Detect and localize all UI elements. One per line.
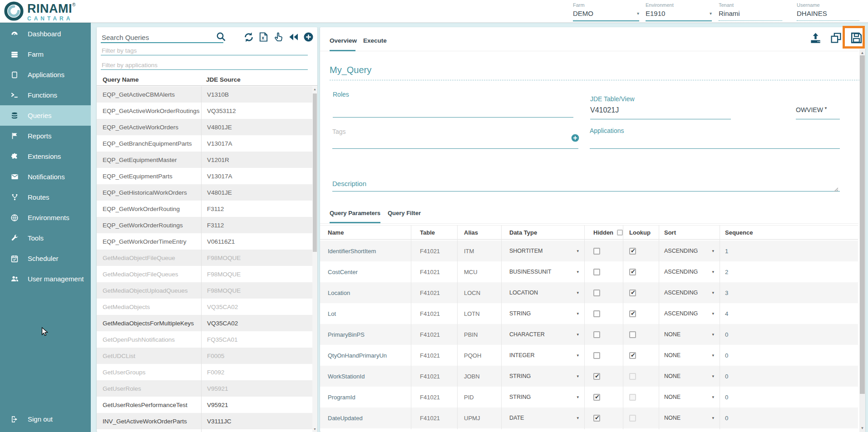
scroll-up-arrow[interactable]: ▲ xyxy=(312,88,317,91)
search-input[interactable] xyxy=(101,33,223,43)
header-field-tenant[interactable]: Tenant Rinami xyxy=(719,2,782,21)
lookup-checkbox[interactable] xyxy=(629,394,636,401)
query-row[interactable]: GetUserRolesPerformanceTest V95921 xyxy=(97,397,312,413)
hand-icon[interactable] xyxy=(273,31,284,43)
query-row[interactable]: GetOpenPushNotifications FQ35CA01 xyxy=(97,331,312,348)
sort-select[interactable]: NONE▾ xyxy=(664,352,720,358)
hidden-checkbox[interactable] xyxy=(593,415,600,422)
query-row[interactable]: EQP_GetWorkOrderTimeEntry V06116Z1 xyxy=(97,233,312,250)
tab-query-filter[interactable]: Query Filter xyxy=(388,210,421,216)
hidden-checkbox[interactable] xyxy=(593,373,600,380)
data-type-select[interactable]: DATE▾ xyxy=(509,415,584,421)
hidden-checkbox[interactable] xyxy=(593,269,600,275)
copy-button[interactable] xyxy=(829,32,842,45)
sidebar-item-dashboard[interactable]: Dashboard xyxy=(0,24,91,44)
sidebar-item-routes[interactable]: Routes xyxy=(0,187,91,207)
query-row[interactable]: GetUDCList F0005 xyxy=(97,348,312,364)
sidebar-item-farm[interactable]: Farm xyxy=(0,44,91,64)
scrollbar-thumb[interactable] xyxy=(313,93,317,252)
query-row[interactable]: GetMediaObjectUploadQueues F98MOQUE xyxy=(97,282,312,299)
description-input[interactable] xyxy=(332,191,840,191)
scroll-down-arrow[interactable]: ▼ xyxy=(312,427,317,431)
sort-select[interactable]: ASCENDING▾ xyxy=(664,248,720,254)
query-row[interactable]: EQP_GetActiveWorkOrders V4801JE xyxy=(97,119,312,135)
applications-input[interactable] xyxy=(590,148,840,149)
query-row[interactable]: EQP_GetActiveCBMAlerts V1310B xyxy=(97,86,312,103)
tab-execute[interactable]: Execute xyxy=(363,37,387,44)
hidden-checkbox[interactable] xyxy=(593,248,600,255)
query-row[interactable]: GetUserGroups F0092 xyxy=(97,364,312,380)
sort-select[interactable]: NONE▾ xyxy=(664,415,720,421)
query-row[interactable]: EQP_GetWorkOrderRouting F3112 xyxy=(97,201,312,217)
query-row[interactable]: GetUserRoles V95921 xyxy=(97,380,312,397)
header-field-environment[interactable]: Environment E1910▾ xyxy=(646,2,712,21)
search-icon[interactable] xyxy=(216,31,227,42)
data-type-select[interactable]: INTEGER▾ xyxy=(509,352,584,358)
lookup-checkbox[interactable] xyxy=(629,352,636,359)
query-row[interactable]: GetMediaObjectFileQueue F98MOQUE xyxy=(97,250,312,266)
lookup-checkbox[interactable] xyxy=(629,290,636,296)
sidebar-item-sign-out[interactable]: Sign out xyxy=(0,409,91,429)
sidebar-item-reports[interactable]: Reports xyxy=(0,126,91,146)
header-field-username[interactable]: Username DHAINES xyxy=(797,2,859,21)
view-select[interactable]: OWVIEW▼ xyxy=(796,106,840,113)
sort-select[interactable]: NONE▾ xyxy=(664,394,720,400)
hidden-checkbox[interactable] xyxy=(593,290,600,296)
jde-table-view-value[interactable]: V41021J xyxy=(590,106,619,114)
query-row[interactable]: GetMediaObjectFileQueues F98MOQUE xyxy=(97,266,312,282)
sidebar-item-environments[interactable]: Environments xyxy=(0,207,91,228)
scroll-up-arrow[interactable]: ▲ xyxy=(859,51,865,55)
sidebar-item-user-management[interactable]: User management xyxy=(0,269,91,289)
sidebar-item-functions[interactable]: Functions xyxy=(0,85,91,105)
query-row[interactable]: GetMediaObjects VQ35CA02 xyxy=(97,299,312,315)
data-type-select[interactable]: BUSINESSUNIT▾ xyxy=(509,269,584,275)
query-row[interactable]: INV_GetActiveWorkOrderParts V3111JC xyxy=(97,413,312,429)
lookup-checkbox[interactable] xyxy=(629,269,636,275)
data-type-select[interactable]: STRING▾ xyxy=(509,310,584,317)
query-name-field[interactable]: My_Query xyxy=(330,65,371,75)
scrollbar-thumb[interactable] xyxy=(860,55,865,394)
hidden-checkbox[interactable] xyxy=(593,310,600,317)
lookup-checkbox[interactable] xyxy=(629,415,636,422)
sort-select[interactable]: NONE▾ xyxy=(664,331,720,338)
query-row[interactable]: EQP_GetWorkOrderRoutings F3112 xyxy=(97,217,312,233)
query-row[interactable]: EQP_GetEquipmentParts V13017A xyxy=(97,168,312,184)
data-type-select[interactable]: STRING▾ xyxy=(509,373,584,379)
sidebar-item-queries[interactable]: Queries xyxy=(0,105,91,126)
filter-by-applications-input[interactable] xyxy=(101,61,308,70)
rewind-icon[interactable] xyxy=(288,31,299,43)
tab-overview[interactable]: Overview xyxy=(330,37,357,44)
data-type-select[interactable]: SHORTITEM▾ xyxy=(509,248,584,254)
data-type-select[interactable]: CHARACTER▾ xyxy=(509,331,584,338)
roles-input[interactable] xyxy=(333,117,573,118)
sort-select[interactable]: ASCENDING▾ xyxy=(664,269,720,275)
query-row[interactable]: EQP_GetBranchEquipmentParts V13017A xyxy=(97,135,312,152)
refresh-icon[interactable] xyxy=(243,31,254,43)
resize-handle-icon[interactable] xyxy=(834,186,838,194)
data-type-select[interactable]: STRING▾ xyxy=(509,394,584,400)
lookup-checkbox[interactable] xyxy=(629,331,636,338)
upload-button[interactable] xyxy=(809,32,822,45)
query-row[interactable]: EQP_GetEquipmentMaster V1201R xyxy=(97,152,312,168)
query-row[interactable]: GetMediaObjectsForMultipleKeys VQ35CA02 xyxy=(97,315,312,331)
sort-select[interactable]: NONE▾ xyxy=(664,373,720,379)
scroll-down-arrow[interactable]: ▼ xyxy=(859,426,865,430)
hidden-checkbox[interactable] xyxy=(593,352,600,359)
sidebar-item-tools[interactable]: Tools xyxy=(0,228,91,248)
add-icon[interactable] xyxy=(303,31,314,43)
hidden-select-all-checkbox[interactable] xyxy=(617,230,623,236)
sidebar-item-scheduler[interactable]: Scheduler xyxy=(0,248,91,269)
sidebar-item-notifications[interactable]: Notifications xyxy=(0,167,91,187)
sidebar-item-extensions[interactable]: Extensions xyxy=(0,146,91,167)
filter-by-tags-input[interactable] xyxy=(101,46,308,55)
hidden-checkbox[interactable] xyxy=(593,331,600,338)
sort-select[interactable]: ASCENDING▾ xyxy=(664,290,720,296)
excel-export-icon[interactable]: x xyxy=(258,31,269,43)
header-field-farm[interactable]: Farm DEMO▾ xyxy=(573,2,639,21)
tab-query-parameters[interactable]: Query Parameters xyxy=(330,210,380,216)
hidden-checkbox[interactable] xyxy=(593,394,600,401)
lookup-checkbox[interactable] xyxy=(629,310,636,317)
query-row[interactable]: EQP_GetHistoricalWorkOrders V4801JE xyxy=(97,184,312,201)
sort-select[interactable]: ASCENDING▾ xyxy=(664,310,720,317)
sidebar-item-applications[interactable]: Applications xyxy=(0,64,91,85)
